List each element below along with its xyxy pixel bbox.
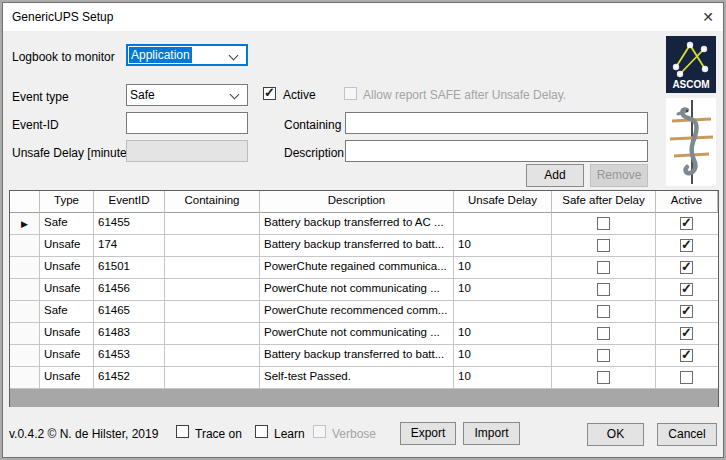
active-checkbox[interactable] [680,349,693,362]
cell-type[interactable]: Unsafe [40,323,94,345]
cell-type[interactable]: Unsafe [40,257,94,279]
cell-containing[interactable] [165,301,260,323]
active-checkbox[interactable] [680,305,693,318]
header-eventid[interactable]: EventID [94,191,165,213]
cell-containing[interactable] [165,235,260,257]
cell-unsafe-delay[interactable]: 10 [454,323,552,345]
cell-description[interactable]: Battery backup transferred to batt... [260,235,454,257]
cell-containing[interactable] [165,323,260,345]
cell-safe-after-delay[interactable] [552,367,656,389]
cell-eventid[interactable]: 61501 [94,257,165,279]
row-selector[interactable] [10,323,40,345]
cell-active[interactable] [656,323,718,345]
cell-unsafe-delay[interactable] [454,301,552,323]
cell-active[interactable] [656,367,718,389]
cell-safe-after-delay[interactable] [552,345,656,367]
cell-type[interactable]: Safe [40,213,94,235]
active-checkbox[interactable] [680,283,693,296]
chevron-down-icon[interactable] [230,90,240,100]
add-button[interactable]: Add [526,164,584,187]
cell-containing[interactable] [165,257,260,279]
header-containing[interactable]: Containing [165,191,260,213]
row-selector[interactable] [10,345,40,367]
learn-checkbox[interactable] [255,425,268,438]
cell-eventid[interactable]: 174 [94,235,165,257]
safe-after-delay-checkbox[interactable] [597,261,610,274]
active-checkbox[interactable] [680,239,693,252]
cell-type[interactable]: Safe [40,301,94,323]
cell-containing[interactable] [165,213,260,235]
trace-on-checkbox[interactable] [176,425,189,438]
cell-type[interactable]: Unsafe [40,345,94,367]
row-selector[interactable]: ▶ [10,213,40,235]
cell-active[interactable] [656,213,718,235]
safe-after-delay-checkbox[interactable] [597,305,610,318]
cell-safe-after-delay[interactable] [552,235,656,257]
safe-after-delay-checkbox[interactable] [597,283,610,296]
event-type-combobox[interactable]: Safe [126,84,248,106]
header-active[interactable]: Active [656,191,718,213]
cell-active[interactable] [656,257,718,279]
cell-description[interactable]: PowerChute recommenced comm... [260,301,454,323]
cell-type[interactable]: Unsafe [40,367,94,389]
close-icon[interactable]: ✕ [697,6,719,28]
cell-containing[interactable] [165,345,260,367]
cell-eventid[interactable]: 61455 [94,213,165,235]
row-selector[interactable] [10,279,40,301]
cell-unsafe-delay[interactable]: 10 [454,279,552,301]
header-safe-after-delay[interactable]: Safe after Delay [552,191,656,213]
cell-unsafe-delay[interactable]: 10 [454,257,552,279]
safe-after-delay-checkbox[interactable] [597,327,610,340]
cell-safe-after-delay[interactable] [552,213,656,235]
active-checkbox[interactable] [680,217,693,230]
cell-eventid[interactable]: 61465 [94,301,165,323]
titlebar[interactable]: GenericUPS Setup ✕ [3,3,723,31]
cell-description[interactable]: Self-test Passed. [260,367,454,389]
event-id-input[interactable] [126,112,248,134]
cell-eventid[interactable]: 61453 [94,345,165,367]
safe-after-delay-checkbox[interactable] [597,349,610,362]
logbook-combobox[interactable]: Application [126,44,248,66]
cell-safe-after-delay[interactable] [552,323,656,345]
containing-input[interactable] [345,112,648,134]
cell-containing[interactable] [165,367,260,389]
chevron-down-icon[interactable] [229,51,239,61]
cell-unsafe-delay[interactable]: 10 [454,367,552,389]
cell-type[interactable]: Unsafe [40,235,94,257]
cell-eventid[interactable]: 61452 [94,367,165,389]
cell-active[interactable] [656,301,718,323]
cell-description[interactable]: PowerChute not communicating ... [260,279,454,301]
cell-containing[interactable] [165,279,260,301]
cell-eventid[interactable]: 61456 [94,279,165,301]
cell-description[interactable]: Battery backup transferred to batt... [260,345,454,367]
active-checkbox[interactable] [680,327,693,340]
description-input[interactable] [345,140,648,162]
cell-active[interactable] [656,345,718,367]
cell-active[interactable] [656,279,718,301]
active-checkbox[interactable] [680,371,693,384]
cell-unsafe-delay[interactable] [454,213,552,235]
row-selector[interactable] [10,301,40,323]
cell-safe-after-delay[interactable] [552,301,656,323]
cell-unsafe-delay[interactable]: 10 [454,235,552,257]
header-unsafe-delay[interactable]: Unsafe Delay [454,191,552,213]
cell-description[interactable]: Battery backup transferred to AC ... [260,213,454,235]
cell-unsafe-delay[interactable]: 10 [454,345,552,367]
row-selector[interactable] [10,367,40,389]
safe-after-delay-checkbox[interactable] [597,239,610,252]
cell-type[interactable]: Unsafe [40,279,94,301]
header-type[interactable]: Type [40,191,94,213]
cell-description[interactable]: PowerChute not communicating ... [260,323,454,345]
active-checkbox[interactable] [263,87,276,100]
cell-description[interactable]: PowerChute regained communica... [260,257,454,279]
row-selector[interactable] [10,235,40,257]
ok-button[interactable]: OK [587,423,644,446]
safe-after-delay-checkbox[interactable] [597,371,610,384]
cell-safe-after-delay[interactable] [552,279,656,301]
safe-after-delay-checkbox[interactable] [597,217,610,230]
cell-active[interactable] [656,235,718,257]
active-checkbox[interactable] [680,261,693,274]
cell-eventid[interactable]: 61483 [94,323,165,345]
export-button[interactable]: Export [400,422,456,445]
row-selector[interactable] [10,257,40,279]
